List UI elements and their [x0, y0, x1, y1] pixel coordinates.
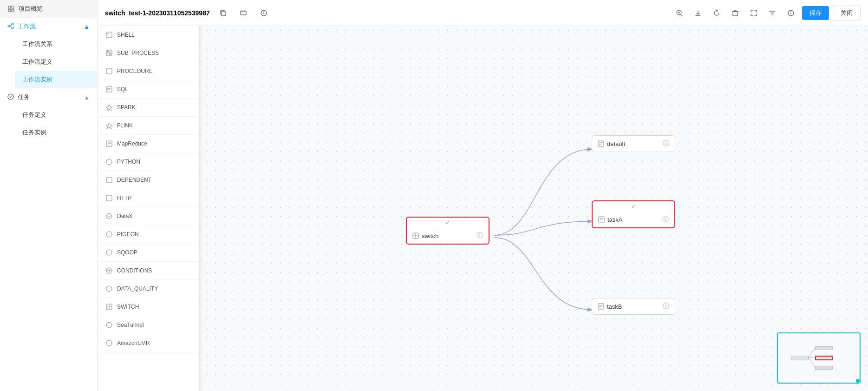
sqoop-icon: [105, 248, 113, 257]
node-default-body: default ⓘ: [592, 136, 675, 152]
svg-point-48: [106, 250, 112, 255]
tool-python[interactable]: PYTHON: [98, 153, 199, 171]
delete-button[interactable]: [728, 6, 743, 20]
svg-marker-37: [106, 123, 112, 129]
info-button[interactable]: [256, 6, 271, 20]
tool-dependent[interactable]: DEPENDENT: [98, 171, 199, 189]
sidebar: 项目概览 工作流 ▲ 工作流关系 工作流定义 工作流实例 任务 ▲: [0, 0, 98, 391]
detail-button[interactable]: [783, 6, 798, 20]
node-default-label: default: [598, 140, 625, 147]
sidebar-item-task-instance[interactable]: 任务实例: [15, 124, 97, 141]
timeline-button[interactable]: [236, 6, 251, 20]
copy-button[interactable]: [215, 6, 230, 20]
node-taskB[interactable]: taskB ⓘ: [592, 298, 675, 315]
tool-amazonemr[interactable]: AmazonEMR: [98, 334, 199, 352]
topbar: switch_test-1-20230311052539987: [98, 0, 868, 26]
svg-point-47: [106, 232, 112, 237]
node-taskA-body: taskA ⓘ: [593, 212, 674, 227]
tool-procedure[interactable]: PROCEDURE: [98, 62, 199, 80]
svg-rect-44: [106, 195, 112, 201]
minimap: [777, 332, 861, 384]
workflow-section-label: 工作流: [18, 22, 36, 31]
sidebar-overview-label: 项目概览: [19, 5, 43, 13]
svg-rect-33: [106, 86, 112, 92]
svg-rect-32: [106, 68, 112, 74]
fullscreen-button[interactable]: [746, 6, 761, 20]
svg-point-4: [8, 25, 10, 27]
taskA-check-icon: ✓: [631, 203, 636, 210]
tool-spark[interactable]: SPARK: [98, 99, 199, 117]
sidebar-item-workflow-instance[interactable]: 工作流实例: [15, 71, 97, 88]
task-collapse-icon: ▲: [84, 94, 90, 101]
filter-button[interactable]: [765, 6, 780, 20]
svg-point-42: [106, 159, 112, 165]
node-switch-info[interactable]: ⓘ: [476, 232, 483, 240]
node-taskA[interactable]: ✓ taskA ⓘ: [592, 200, 675, 228]
minimap-corner: [856, 379, 860, 383]
download-button[interactable]: [691, 6, 705, 20]
tool-datax[interactable]: DataX: [98, 207, 199, 225]
data-quality-icon: [105, 285, 113, 293]
tool-switch[interactable]: SWITCH: [98, 298, 199, 316]
workflow-collapse-icon: ▲: [84, 23, 90, 30]
zoom-in-button[interactable]: [672, 6, 687, 20]
svg-rect-2: [8, 9, 11, 12]
svg-point-5: [12, 23, 13, 25]
svg-line-7: [10, 24, 12, 26]
refresh-button[interactable]: [709, 6, 724, 20]
node-switch-label: switch: [412, 232, 438, 239]
tool-http[interactable]: HTTP: [98, 189, 199, 207]
sidebar-item-overview[interactable]: 项目概览: [0, 0, 97, 18]
svg-point-26: [790, 11, 791, 12]
workflow-icon: [7, 23, 14, 31]
sidebar-task-section[interactable]: 任务 ▲: [0, 88, 97, 106]
overview-icon: [7, 5, 15, 13]
sidebar-item-task-definition[interactable]: 任务定义: [15, 106, 97, 124]
svg-rect-10: [222, 12, 226, 16]
tool-panel: SHELL SUB_PROCESS PROCEDURE SQL: [98, 26, 200, 391]
tool-shell[interactable]: SHELL: [98, 26, 199, 44]
workflow-canvas[interactable]: ✓ switch ⓘ default ⓘ: [202, 26, 868, 391]
node-taskB-info[interactable]: ⓘ: [663, 302, 669, 311]
tool-sqoop[interactable]: SQOOP: [98, 244, 199, 262]
svg-rect-3: [12, 9, 14, 12]
svg-line-20: [681, 14, 682, 16]
tool-mapreduce[interactable]: MapReduce: [98, 135, 199, 153]
node-switch[interactable]: ✓ switch ⓘ: [406, 217, 489, 245]
node-taskB-body: taskB ⓘ: [592, 298, 675, 314]
node-default-info[interactable]: ⓘ: [663, 139, 669, 148]
close-button[interactable]: 关闭: [833, 6, 861, 20]
switch-icon: [105, 303, 113, 311]
save-button[interactable]: 保存: [802, 6, 829, 20]
tool-flink[interactable]: FLINK: [98, 117, 199, 135]
tool-subprocess[interactable]: SUB_PROCESS: [98, 44, 199, 62]
svg-rect-0: [8, 6, 11, 8]
shell-icon: [105, 31, 113, 39]
task-section-label: 任务: [18, 93, 30, 101]
tool-seatunnel[interactable]: SeaTunnel: [98, 316, 199, 334]
svg-rect-22: [733, 12, 737, 16]
node-default[interactable]: default ⓘ: [592, 135, 675, 152]
node-switch-body: switch ⓘ: [407, 228, 489, 244]
sidebar-item-workflow-definition[interactable]: 工作流定义: [15, 53, 97, 71]
sidebar-item-workflow-relation[interactable]: 工作流关系: [15, 35, 97, 53]
svg-point-57: [106, 340, 112, 346]
sidebar-workflow-section[interactable]: 工作流 ▲: [0, 18, 97, 35]
svg-line-72: [809, 358, 815, 368]
svg-rect-31: [109, 53, 111, 55]
tool-pigeon[interactable]: PIGEON: [98, 225, 199, 244]
svg-point-56: [106, 322, 112, 328]
sidebar-workflow-items: 工作流关系 工作流定义 工作流实例: [0, 35, 97, 88]
svg-marker-36: [106, 105, 112, 111]
svg-rect-61: [598, 141, 604, 146]
node-taskA-info[interactable]: ⓘ: [662, 215, 669, 224]
svg-rect-11: [241, 11, 246, 15]
svg-rect-30: [107, 51, 109, 53]
svg-line-8: [10, 26, 12, 27]
tool-sql[interactable]: SQL: [98, 80, 199, 99]
tool-data-quality[interactable]: DATA_QUALITY: [98, 280, 199, 298]
svg-rect-43: [106, 177, 112, 183]
conditions-icon: [105, 266, 113, 275]
tool-conditions[interactable]: CONDITIONS: [98, 262, 199, 280]
spark-icon: [105, 103, 113, 112]
